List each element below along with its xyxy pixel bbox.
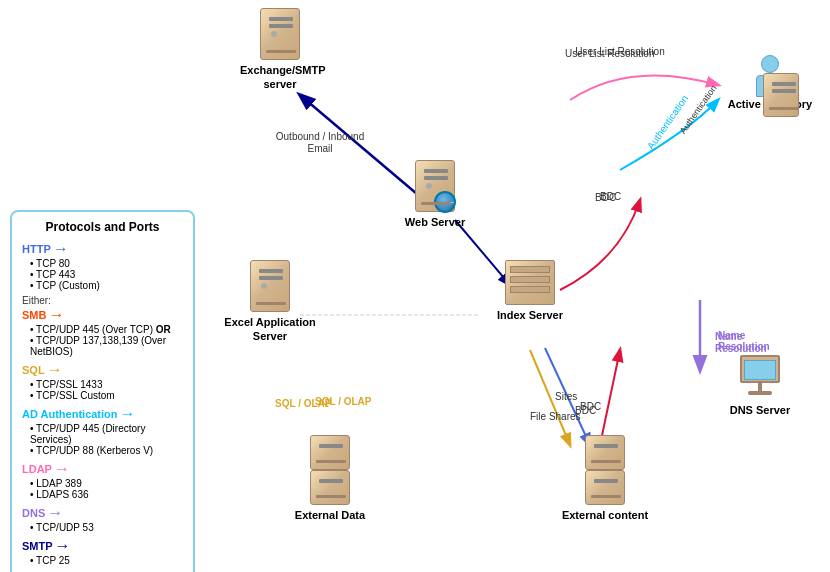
dns-server-label: DNS Server <box>710 403 810 417</box>
svg-text:Authentication: Authentication <box>678 83 719 135</box>
external-data-server: External Data <box>285 435 375 522</box>
protocol-group-http: HTTP → TCP 80 TCP 443 TCP (Custom) <box>22 240 183 291</box>
protocol-group-sql: SQL → TCP/SSL 1433 TCP/SSL Custom <box>22 361 183 401</box>
protocol-item: TCP/UDP 53 <box>30 522 183 533</box>
protocol-item: LDAP 389 <box>30 478 183 489</box>
sql-olap-label: SQL / OLAP <box>275 398 332 409</box>
external-content-server: External content <box>555 435 655 522</box>
protocol-sql-label: SQL <box>22 364 45 376</box>
protocol-item: TCP/UDP 445 (Over TCP) OR <box>30 324 183 335</box>
svg-text:Sites: Sites <box>555 391 577 402</box>
bdc-label-1: BDC <box>595 192 616 203</box>
index-server: Index Server <box>480 260 580 322</box>
active-directory-server: Active Directory <box>720 55 820 111</box>
protocol-ldap-label: LDAP <box>22 463 52 475</box>
protocol-group-ldap: LDAP → LDAP 389 LDAPS 636 <box>22 460 183 500</box>
external-data-label: External Data <box>285 508 375 522</box>
index-rack <box>505 260 555 305</box>
protocol-item: TCP/SSL Custom <box>30 390 183 401</box>
svg-text:Outbound / Inbound: Outbound / Inbound <box>276 131 364 142</box>
protocol-item: TCP 80 <box>30 258 183 269</box>
protocol-group-either: Either: SMB → TCP/UDP 445 (Over TCP) OR … <box>22 295 183 357</box>
excel-app-label: Excel Application Server <box>215 315 325 344</box>
protocol-http-label: HTTP <box>22 243 51 255</box>
exchange-smtp-label: Exchange/SMTP server <box>240 63 320 92</box>
external-data-tower2 <box>310 470 350 505</box>
dns-screen <box>744 360 776 380</box>
svg-line-16 <box>600 350 620 445</box>
protocol-item: TCP (Custom) <box>30 280 183 291</box>
protocol-smtp-label: SMTP <box>22 540 53 552</box>
protocol-item: TCP/UDP 137,138,139 (Over NetBIOS) <box>30 335 183 357</box>
svg-line-8 <box>545 348 590 445</box>
web-server-label: Web Server <box>390 215 480 229</box>
svg-text:Email: Email <box>307 143 332 154</box>
excel-app-server: Excel Application Server <box>215 260 325 344</box>
protocol-item: TCP 25 <box>30 555 183 566</box>
protocols-box: Protocols and Ports HTTP → TCP 80 TCP 44… <box>10 210 195 572</box>
exchange-smtp-server: Exchange/SMTP server <box>240 8 320 92</box>
protocols-title: Protocols and Ports <box>22 220 183 234</box>
ad-tower <box>763 73 799 117</box>
protocol-item: TCP/SSL 1433 <box>30 379 183 390</box>
protocol-group-smtp: SMTP → TCP 25 <box>22 537 183 566</box>
web-server: Web Server <box>390 160 480 229</box>
index-server-label: Index Server <box>480 308 580 322</box>
protocol-smb-label: SMB <box>22 309 46 321</box>
exchange-smtp-tower <box>260 8 300 60</box>
protocol-group-dns: DNS → TCP/UDP 53 <box>22 504 183 533</box>
external-content-tower <box>585 435 625 470</box>
svg-line-10 <box>530 350 570 445</box>
user-list-resolution-label: User List Resolution <box>565 48 654 59</box>
svg-text:File Shares: File Shares <box>530 411 581 422</box>
authentication-text: Authentication <box>645 93 690 151</box>
protocol-item: TCP 443 <box>30 269 183 280</box>
external-content-label: External content <box>555 508 655 522</box>
name-resolution-label: NameResolution <box>718 330 770 352</box>
dns-base <box>748 391 772 395</box>
excel-tower <box>250 260 290 312</box>
external-data-tower <box>310 435 350 470</box>
dns-stand <box>758 383 762 391</box>
ad-person-head <box>761 55 779 73</box>
protocol-item: TCP/UDP 445 (Directory Services) <box>30 423 183 445</box>
bdc-label-2: BDC <box>575 405 596 416</box>
web-server-globe <box>434 191 456 213</box>
protocol-group-ad: AD Authentication → TCP/UDP 445 (Directo… <box>22 405 183 456</box>
dns-computer-icon <box>735 355 785 403</box>
web-server-tower <box>415 160 455 212</box>
dns-server: DNS Server <box>710 355 810 417</box>
protocol-dns-label: DNS <box>22 507 45 519</box>
protocol-ad-label: AD Authentication <box>22 408 118 420</box>
protocol-item: TCP/UDP 88 (Kerberos V) <box>30 445 183 456</box>
external-content-tower2 <box>585 470 625 505</box>
dns-monitor <box>740 355 780 383</box>
protocol-item: LDAPS 636 <box>30 489 183 500</box>
